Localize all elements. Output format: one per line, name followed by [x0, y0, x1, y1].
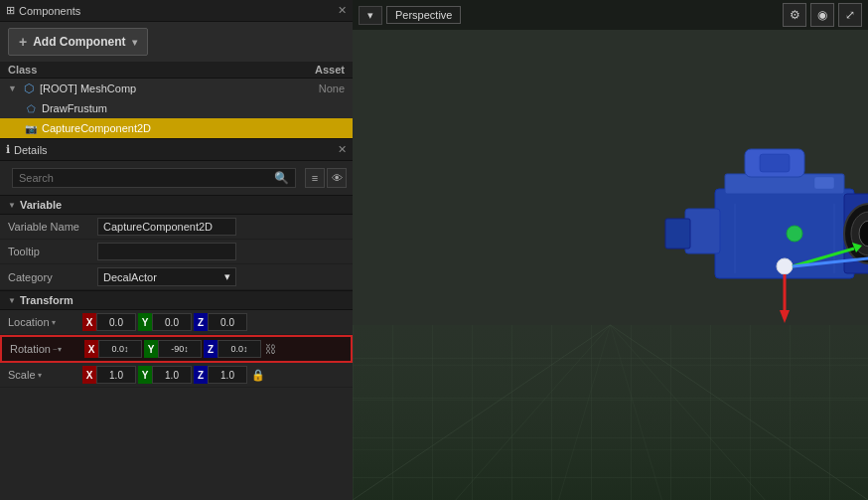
rotation-y-input-group: Y	[144, 340, 202, 358]
viewport-menu-button[interactable]: ▾	[359, 6, 382, 25]
root-item-asset: None	[319, 83, 345, 94]
rotation-y-axis-label: Y	[144, 340, 158, 358]
category-dropdown-arrow: ▾	[224, 270, 230, 283]
root-item-label: [ROOT] MeshComp	[40, 83, 136, 94]
location-x-input-group: X	[82, 313, 136, 331]
scale-y-input[interactable]	[152, 366, 192, 384]
viewport-3d-content	[353, 0, 868, 500]
viewport: ▾ Perspective ⚙ ◉ ⤢	[353, 0, 868, 500]
location-z-axis-label: Z	[194, 313, 208, 331]
tooltip-input[interactable]	[97, 243, 236, 260]
location-z-input-group: Z	[194, 313, 247, 331]
left-panel: ⊞ Components ✕ + Add Component ▾ Class A…	[0, 0, 353, 500]
svg-rect-2	[353, 325, 868, 500]
rotation-z-axis-label: Z	[204, 340, 217, 358]
search-input[interactable]	[19, 172, 270, 184]
viewport-maximize-icon: ⤢	[845, 8, 855, 22]
rotation-z-input[interactable]	[217, 340, 261, 358]
location-y-input-group: Y	[138, 313, 192, 331]
variable-section-label: Variable	[20, 199, 62, 211]
add-component-label: Add Component	[33, 35, 125, 49]
scale-x-input[interactable]	[96, 366, 136, 384]
rotation-xyz-group: X Y Z ⛓	[84, 340, 343, 358]
location-label: Location ▾	[8, 316, 79, 328]
scale-label: Scale ▾	[8, 369, 79, 381]
search-list-view-button[interactable]: ≡	[305, 168, 325, 188]
variable-section-tri: ▼	[8, 201, 16, 210]
scale-xyz-group: X Y Z 🔒	[82, 366, 345, 384]
details-title: ℹ Details	[6, 143, 48, 156]
location-y-axis-label: Y	[138, 313, 152, 331]
capture2d-label: CaptureComponent2D	[42, 122, 151, 134]
scale-label-text: Scale	[8, 369, 36, 381]
scale-z-input[interactable]	[208, 366, 247, 384]
svg-point-22	[787, 226, 802, 242]
details-info-icon: ℹ	[6, 143, 10, 156]
location-z-input[interactable]	[208, 313, 247, 331]
variable-name-row: Variable Name	[0, 215, 353, 240]
capture2d-icon: 📷	[24, 121, 38, 135]
rotation-x-input[interactable]	[98, 340, 142, 358]
viewport-settings-button[interactable]: ⚙	[783, 3, 806, 27]
root-expand-icon: ▼	[8, 83, 18, 93]
component-tree: Class Asset ▼ ⬡ [ROOT] MeshComp None ⬠ D…	[0, 62, 353, 138]
details-section: ℹ Details ✕ 🔍 ≡ 👁 ▼ Variable	[0, 139, 353, 500]
search-eye-button[interactable]: 👁	[327, 168, 347, 188]
tooltip-value	[97, 243, 345, 260]
details-title-label: Details	[14, 144, 48, 156]
root-mesh-icon: ⬡	[22, 82, 36, 95]
scale-arrow: ▾	[38, 371, 42, 380]
details-close-button[interactable]: ✕	[338, 143, 347, 156]
location-y-input[interactable]	[152, 313, 192, 331]
tree-header: Class Asset	[0, 62, 353, 79]
variable-name-value	[97, 218, 345, 236]
drawfrustum-label: DrawFrustum	[42, 102, 107, 114]
transform-section-header: ▼ Transform	[0, 290, 353, 310]
tree-item-drawfrustum[interactable]: ⬠ DrawFrustum	[0, 98, 353, 118]
drawfrustum-icon: ⬠	[24, 101, 38, 115]
tree-item-capture2d[interactable]: 📷 CaptureComponent2D	[0, 118, 353, 138]
tree-item-root[interactable]: ▼ ⬡ [ROOT] MeshComp None	[0, 79, 353, 98]
scale-x-axis-label: X	[82, 366, 96, 384]
rotation-y-input[interactable]	[158, 340, 202, 358]
components-close-button[interactable]: ✕	[338, 4, 347, 17]
add-component-plus-icon: +	[19, 34, 27, 50]
viewport-toolbar: ▾ Perspective ⚙ ◉ ⤢	[353, 0, 868, 30]
variable-name-input[interactable]	[97, 218, 236, 236]
svg-rect-19	[760, 154, 790, 172]
svg-rect-21	[665, 219, 690, 249]
scale-z-input-group: Z	[194, 366, 247, 384]
location-label-text: Location	[8, 316, 50, 328]
svg-rect-23	[814, 177, 834, 189]
scale-y-input-group: Y	[138, 366, 192, 384]
details-content: ▼ Variable Variable Name Tooltip Categor…	[0, 195, 353, 500]
components-panel-icon: ⊞	[6, 4, 15, 17]
viewport-view-button[interactable]: ◉	[810, 3, 834, 27]
category-dropdown[interactable]: DecalActor ▾	[97, 267, 236, 286]
location-x-input[interactable]	[96, 313, 136, 331]
add-component-button[interactable]: + Add Component ▾	[8, 28, 148, 56]
details-title-bar: ℹ Details ✕	[0, 139, 353, 161]
rotation-arrow: ~▾	[53, 345, 62, 354]
tree-asset-header: Asset	[315, 64, 345, 76]
viewport-perspective-button[interactable]: Perspective	[386, 6, 461, 24]
location-xyz-group: X Y Z	[82, 313, 345, 331]
location-row: Location ▾ X Y Z	[0, 310, 353, 335]
components-title-label: Components	[19, 5, 80, 17]
transform-section-label: Transform	[20, 294, 73, 306]
viewport-maximize-button[interactable]: ⤢	[838, 3, 862, 27]
rotation-row: Rotation ~▾ X Y Z ⛓	[0, 335, 353, 363]
search-icon: 🔍	[274, 171, 289, 185]
location-x-axis-label: X	[82, 313, 96, 331]
tooltip-label: Tooltip	[8, 246, 97, 257]
search-bar: 🔍	[12, 168, 296, 188]
viewport-right-buttons: ⚙ ◉ ⤢	[783, 3, 862, 27]
category-dropdown-value: DecalActor	[103, 271, 157, 283]
category-row: Category DecalActor ▾	[0, 264, 353, 290]
rotation-label-text: Rotation	[10, 343, 51, 355]
rotation-chain-icon: ⛓	[265, 343, 276, 355]
viewport-menu-arrow: ▾	[367, 9, 373, 22]
transform-section-tri: ▼	[8, 296, 16, 305]
tree-class-header: Class	[8, 64, 315, 76]
scale-x-input-group: X	[82, 366, 136, 384]
